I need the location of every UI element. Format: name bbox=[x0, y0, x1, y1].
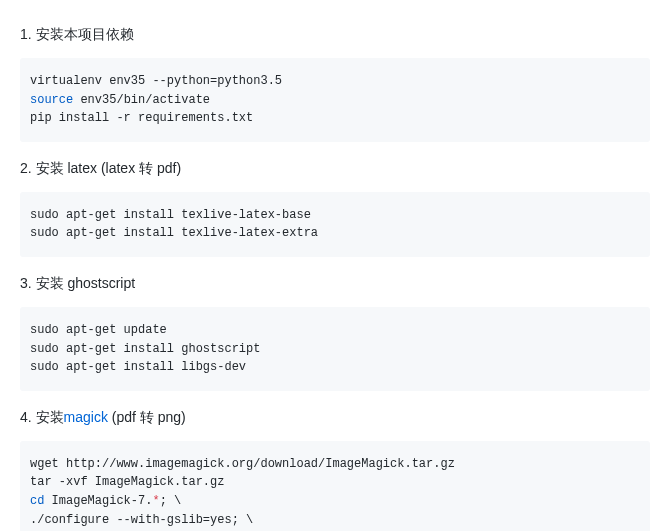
code-line: pip install -r requirements.txt bbox=[30, 111, 253, 125]
code-block-2: sudo apt-get install texlive-latex-bases… bbox=[20, 192, 650, 257]
code-keyword: source bbox=[30, 93, 73, 107]
heading-text-pre: 4. 安装 bbox=[20, 409, 64, 425]
heading-text-post: (pdf 转 png) bbox=[108, 409, 186, 425]
code-line: env35/bin/activate bbox=[73, 93, 210, 107]
code-line: virtualenv env35 --python=python3.5 bbox=[30, 74, 282, 88]
code-block-4: wget http://www.imagemagick.org/download… bbox=[20, 441, 650, 531]
code-line: ImageMagick-7. bbox=[44, 494, 152, 508]
magick-link[interactable]: magick bbox=[64, 409, 108, 425]
code-line: sudo apt-get install libgs-dev bbox=[30, 360, 246, 374]
code-glob: * bbox=[152, 494, 159, 508]
code-line: wget http://www.imagemagick.org/download… bbox=[30, 457, 455, 471]
section-heading-2: 2. 安装 latex (latex 转 pdf) bbox=[20, 160, 650, 178]
code-line: sudo apt-get update bbox=[30, 323, 167, 337]
code-line: tar -xvf ImageMagick.tar.gz bbox=[30, 475, 224, 489]
section-heading-3: 3. 安装 ghostscript bbox=[20, 275, 650, 293]
code-line: sudo apt-get install texlive-latex-extra bbox=[30, 226, 318, 240]
code-line: sudo apt-get install texlive-latex-base bbox=[30, 208, 311, 222]
code-block-3: sudo apt-get updatesudo apt-get install … bbox=[20, 307, 650, 391]
document-content: 1. 安装本项目依赖 virtualenv env35 --python=pyt… bbox=[0, 0, 670, 531]
section-heading-4: 4. 安装magick (pdf 转 png) bbox=[20, 409, 650, 427]
code-line: ; \ bbox=[160, 494, 182, 508]
code-keyword: cd bbox=[30, 494, 44, 508]
code-line: sudo apt-get install ghostscript bbox=[30, 342, 260, 356]
code-block-1: virtualenv env35 --python=python3.5sourc… bbox=[20, 58, 650, 142]
section-heading-1: 1. 安装本项目依赖 bbox=[20, 26, 650, 44]
code-line: ./configure --with-gslib=yes; \ bbox=[30, 513, 253, 527]
